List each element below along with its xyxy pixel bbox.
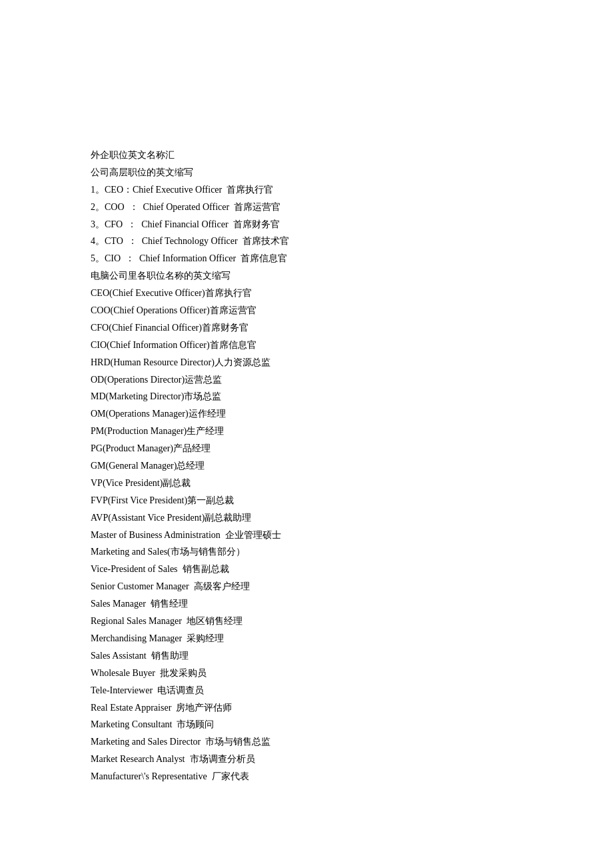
text-line-12: HRD(Human Resource Director)人力资源总监 — [91, 354, 522, 371]
text-line-22: Master of Business Administration 企业管理硕士 — [91, 527, 522, 544]
text-line-2: 1。CEO：Chief Executive Officer 首席执行官 — [91, 181, 522, 199]
text-line-24: Vice-President of Sales 销售副总裁 — [91, 561, 522, 578]
text-line-5: 4。CTO ： Chief Technology Officer 首席技术官 — [91, 233, 522, 250]
text-line-30: Wholesale Buyer 批发采购员 — [91, 665, 522, 682]
text-line-27: Regional Sales Manager 地区销售经理 — [91, 613, 522, 630]
text-line-34: Marketing and Sales Director 市场与销售总监 — [91, 733, 522, 751]
text-line-29: Sales Assistant 销售助理 — [91, 647, 522, 665]
text-line-10: CFO(Chief Financial Officer)首席财务官 — [91, 319, 522, 337]
text-line-33: Marketing Consultant 市场顾问 — [91, 716, 522, 733]
text-line-36: Manufacturer\'s Representative 厂家代表 — [91, 768, 522, 785]
text-line-16: PM(Production Manager)生产经理 — [91, 423, 522, 440]
text-line-11: CIO(Chief Information Officer)首席信息官 — [91, 337, 522, 354]
text-line-25: Senior Customer Manager 高级客户经理 — [91, 578, 522, 595]
text-line-9: COO(Chief Operations Officer)首席运营官 — [91, 302, 522, 319]
text-line-35: Market Research Analyst 市场调查分析员 — [91, 751, 522, 768]
text-line-15: OM(Operations Manager)运作经理 — [91, 405, 522, 423]
text-line-0: 外企职位英文名称汇 — [91, 147, 522, 164]
text-line-31: Tele-Interviewer 电话调查员 — [91, 682, 522, 699]
text-line-26: Sales Manager 销售经理 — [91, 595, 522, 613]
text-line-21: AVP(Assistant Vice President)副总裁助理 — [91, 509, 522, 527]
text-line-17: PG(Product Manager)产品经理 — [91, 440, 522, 457]
main-content: 外企职位英文名称汇公司高层职位的英文缩写1。CEO：Chief Executiv… — [91, 147, 522, 785]
text-line-28: Merchandising Manager 采购经理 — [91, 630, 522, 647]
text-line-14: MD(Marketing Director)市场总监 — [91, 388, 522, 405]
text-line-18: GM(General Manager)总经理 — [91, 457, 522, 475]
text-line-8: CEO(Chief Executive Officer)首席执行官 — [91, 285, 522, 302]
text-line-13: OD(Operations Director)运营总监 — [91, 371, 522, 389]
text-line-4: 3。CFO ： Chief Financial Officer 首席财务官 — [91, 216, 522, 233]
text-line-19: VP(Vice President)副总裁 — [91, 475, 522, 492]
text-line-6: 5。CIO ： Chief Information Officer 首席信息官 — [91, 250, 522, 267]
text-line-32: Real Estate Appraiser 房地产评估师 — [91, 699, 522, 717]
text-line-1: 公司高层职位的英文缩写 — [91, 164, 522, 181]
text-line-23: Marketing and Sales(市场与销售部分） — [91, 543, 522, 561]
text-line-3: 2。COO ： Chief Operated Officer 首席运营官 — [91, 199, 522, 216]
text-line-20: FVP(First Vice President)第一副总裁 — [91, 492, 522, 509]
text-line-7: 电脑公司里各职位名称的英文缩写 — [91, 267, 522, 285]
